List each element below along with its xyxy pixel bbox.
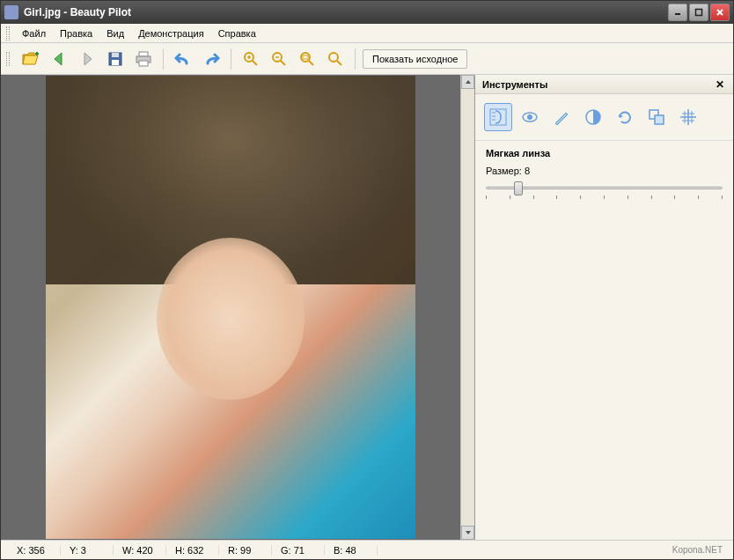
svg-line-18 bbox=[309, 61, 313, 65]
svg-rect-30 bbox=[655, 115, 664, 124]
svg-line-15 bbox=[281, 61, 285, 65]
svg-line-11 bbox=[253, 61, 257, 65]
resize-tool[interactable] bbox=[642, 103, 671, 131]
watermark: Kopona.NET bbox=[672, 545, 726, 555]
window-controls bbox=[668, 4, 730, 21]
crop-tool[interactable] bbox=[674, 103, 702, 131]
undo-button[interactable] bbox=[171, 47, 195, 71]
svg-point-27 bbox=[527, 114, 532, 120]
svg-rect-7 bbox=[139, 52, 148, 56]
canvas-area[interactable] bbox=[1, 75, 460, 540]
titlebar[interactable]: Girl.jpg - Beauty Pilot bbox=[1, 1, 733, 24]
svg-rect-9 bbox=[139, 61, 148, 66]
toolbar-separator bbox=[355, 48, 356, 70]
status-x: X: 356 bbox=[8, 545, 61, 556]
panel-close-icon[interactable]: ✕ bbox=[714, 78, 726, 91]
toolbar-separator bbox=[231, 48, 231, 70]
maximize-button[interactable] bbox=[689, 4, 708, 21]
svg-point-20 bbox=[329, 53, 338, 62]
tool-palette bbox=[475, 94, 733, 141]
menu-edit[interactable]: Правка bbox=[53, 26, 99, 41]
menu-file[interactable]: Файл bbox=[15, 26, 53, 41]
back-button[interactable] bbox=[47, 47, 71, 71]
app-window: Girl.jpg - Beauty Pilot Файл Правка Вид … bbox=[0, 0, 734, 560]
svg-line-21 bbox=[337, 61, 341, 65]
brush-tool[interactable] bbox=[547, 103, 576, 131]
svg-rect-6 bbox=[112, 60, 119, 65]
status-w: W: 420 bbox=[114, 545, 166, 556]
panel-title: Инструменты bbox=[482, 79, 714, 90]
panel-header: Инструменты ✕ bbox=[475, 75, 733, 94]
panel-body bbox=[475, 211, 733, 540]
size-value: 8 bbox=[525, 166, 530, 176]
zoom-actual-button[interactable] bbox=[323, 47, 348, 71]
toolbar-separator bbox=[163, 48, 164, 70]
slider-ticks bbox=[486, 195, 723, 201]
rotate-tool[interactable] bbox=[611, 103, 639, 131]
print-button[interactable] bbox=[131, 47, 156, 71]
image-canvas[interactable] bbox=[46, 76, 415, 539]
zoom-in-button[interactable] bbox=[239, 47, 263, 71]
forward-button[interactable] bbox=[75, 47, 99, 71]
zoom-out-button[interactable] bbox=[267, 47, 291, 71]
zoom-fit-button[interactable] bbox=[295, 47, 319, 71]
slider-thumb[interactable] bbox=[514, 181, 523, 195]
scroll-down-icon[interactable] bbox=[461, 526, 474, 540]
status-r: R: 99 bbox=[219, 545, 272, 556]
svg-rect-1 bbox=[696, 10, 702, 16]
open-button[interactable] bbox=[18, 47, 43, 71]
toolbar-grip-icon[interactable] bbox=[6, 52, 10, 66]
menu-demo[interactable]: Демонстрация bbox=[131, 26, 211, 41]
status-g: G: 71 bbox=[272, 545, 325, 556]
statusbar: X: 356 Y: 3 W: 420 H: 632 R: 99 G: 71 B:… bbox=[1, 540, 733, 559]
size-label: Размер: 8 bbox=[486, 166, 723, 176]
menu-help[interactable]: Справка bbox=[211, 26, 263, 41]
scroll-track[interactable] bbox=[461, 89, 474, 526]
window-title: Girl.jpg - Beauty Pilot bbox=[24, 6, 668, 18]
soft-lens-tool[interactable] bbox=[484, 103, 512, 131]
close-button[interactable] bbox=[710, 4, 730, 21]
toolbar-grip-icon[interactable] bbox=[6, 26, 10, 41]
menu-view[interactable]: Вид bbox=[99, 26, 131, 41]
scroll-up-icon[interactable] bbox=[461, 75, 474, 89]
status-h: H: 632 bbox=[166, 545, 219, 556]
svg-rect-19 bbox=[303, 55, 308, 59]
status-y: Y: 3 bbox=[61, 545, 114, 556]
svg-rect-5 bbox=[112, 53, 119, 57]
contrast-tool[interactable] bbox=[579, 103, 607, 131]
section-title: Мягкая линза bbox=[486, 148, 723, 158]
content-area: Инструменты ✕ Мягкая линза Размер: 8 bbox=[1, 75, 733, 540]
toolbar: Показать исходное bbox=[1, 43, 733, 75]
eye-tool[interactable] bbox=[516, 103, 544, 131]
tool-options: Мягкая линза Размер: 8 bbox=[475, 141, 733, 211]
tools-panel: Инструменты ✕ Мягкая линза Размер: 8 bbox=[474, 75, 733, 540]
status-b: B: 48 bbox=[325, 545, 378, 556]
show-original-button[interactable]: Показать исходное bbox=[363, 49, 467, 69]
minimize-button[interactable] bbox=[668, 4, 687, 21]
size-slider[interactable] bbox=[486, 180, 723, 201]
app-icon bbox=[4, 5, 18, 19]
menubar: Файл Правка Вид Демонстрация Справка bbox=[1, 24, 733, 43]
save-button[interactable] bbox=[103, 47, 128, 71]
vertical-scrollbar[interactable] bbox=[460, 75, 474, 540]
redo-button[interactable] bbox=[199, 47, 224, 71]
